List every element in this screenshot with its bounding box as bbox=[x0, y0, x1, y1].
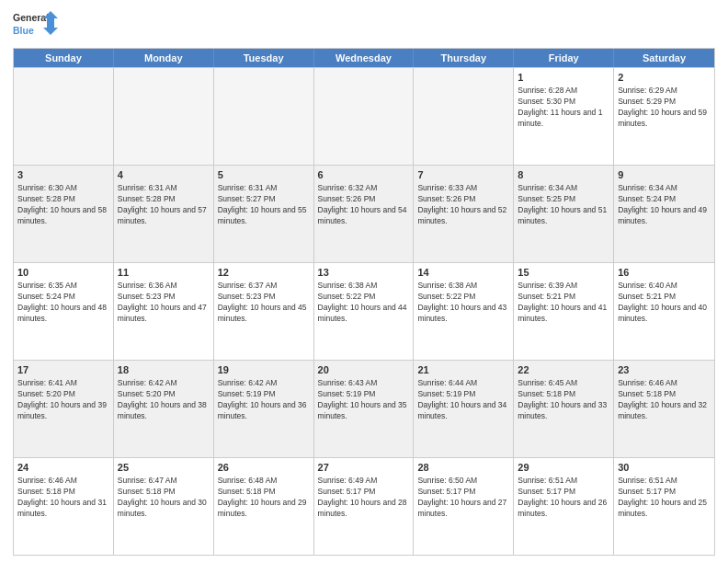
calendar-cell: 26Sunrise: 6:48 AMSunset: 5:18 PMDayligh… bbox=[214, 458, 314, 555]
cell-info: Sunrise: 6:38 AMSunset: 5:22 PMDaylight:… bbox=[417, 281, 509, 325]
calendar-cell: 22Sunrise: 6:45 AMSunset: 5:18 PMDayligh… bbox=[514, 361, 614, 457]
calendar-cell bbox=[414, 68, 514, 165]
cell-info: Sunrise: 6:47 AMSunset: 5:18 PMDaylight:… bbox=[118, 476, 210, 520]
day-number: 25 bbox=[118, 461, 210, 475]
day-number: 10 bbox=[17, 266, 109, 280]
day-number: 12 bbox=[218, 266, 310, 280]
day-number: 3 bbox=[17, 168, 109, 182]
cell-info: Sunrise: 6:46 AMSunset: 5:18 PMDaylight:… bbox=[17, 476, 109, 520]
calendar-row-1: 3Sunrise: 6:30 AMSunset: 5:28 PMDaylight… bbox=[14, 165, 714, 262]
day-number: 22 bbox=[518, 363, 609, 377]
calendar-cell: 8Sunrise: 6:34 AMSunset: 5:25 PMDaylight… bbox=[514, 166, 614, 262]
day-number: 15 bbox=[518, 266, 609, 280]
day-number: 18 bbox=[118, 363, 210, 377]
calendar-cell: 14Sunrise: 6:38 AMSunset: 5:22 PMDayligh… bbox=[414, 263, 514, 360]
calendar-cell: 30Sunrise: 6:51 AMSunset: 5:17 PMDayligh… bbox=[614, 458, 714, 555]
calendar-cell: 23Sunrise: 6:46 AMSunset: 5:18 PMDayligh… bbox=[614, 361, 714, 457]
cell-info: Sunrise: 6:51 AMSunset: 5:17 PMDaylight:… bbox=[518, 476, 609, 520]
day-number: 27 bbox=[318, 461, 410, 475]
day-number: 5 bbox=[218, 168, 310, 182]
cell-info: Sunrise: 6:38 AMSunset: 5:22 PMDaylight:… bbox=[318, 281, 410, 325]
cell-info: Sunrise: 6:42 AMSunset: 5:20 PMDaylight:… bbox=[118, 378, 210, 422]
cell-info: Sunrise: 6:36 AMSunset: 5:23 PMDaylight:… bbox=[118, 281, 210, 325]
day-number: 20 bbox=[318, 363, 410, 377]
calendar-header: SundayMondayTuesdayWednesdayThursdayFrid… bbox=[14, 49, 714, 67]
cell-info: Sunrise: 6:43 AMSunset: 5:19 PMDaylight:… bbox=[318, 378, 410, 422]
cell-info: Sunrise: 6:50 AMSunset: 5:17 PMDaylight:… bbox=[417, 476, 509, 520]
weekday-header-saturday: Saturday bbox=[614, 49, 714, 67]
day-number: 9 bbox=[618, 168, 711, 182]
calendar-cell: 15Sunrise: 6:39 AMSunset: 5:21 PMDayligh… bbox=[514, 263, 614, 360]
day-number: 19 bbox=[218, 363, 310, 377]
cell-info: Sunrise: 6:34 AMSunset: 5:24 PMDaylight:… bbox=[618, 183, 711, 227]
calendar-cell: 6Sunrise: 6:32 AMSunset: 5:26 PMDaylight… bbox=[314, 166, 415, 262]
cell-info: Sunrise: 6:51 AMSunset: 5:17 PMDaylight:… bbox=[618, 476, 711, 520]
day-number: 24 bbox=[17, 461, 109, 475]
day-number: 8 bbox=[518, 168, 609, 182]
calendar-cell: 13Sunrise: 6:38 AMSunset: 5:22 PMDayligh… bbox=[314, 263, 415, 360]
cell-info: Sunrise: 6:48 AMSunset: 5:18 PMDaylight:… bbox=[218, 476, 310, 520]
calendar-cell: 19Sunrise: 6:42 AMSunset: 5:19 PMDayligh… bbox=[214, 361, 314, 457]
day-number: 26 bbox=[218, 461, 310, 475]
calendar-cell: 24Sunrise: 6:46 AMSunset: 5:18 PMDayligh… bbox=[14, 458, 114, 555]
cell-info: Sunrise: 6:28 AMSunset: 5:30 PMDaylight:… bbox=[518, 86, 609, 130]
calendar-cell: 1Sunrise: 6:28 AMSunset: 5:30 PMDaylight… bbox=[514, 68, 614, 165]
cell-info: Sunrise: 6:41 AMSunset: 5:20 PMDaylight:… bbox=[17, 378, 109, 422]
calendar-cell: 10Sunrise: 6:35 AMSunset: 5:24 PMDayligh… bbox=[14, 263, 114, 360]
calendar-cell: 17Sunrise: 6:41 AMSunset: 5:20 PMDayligh… bbox=[14, 361, 114, 457]
cell-info: Sunrise: 6:30 AMSunset: 5:28 PMDaylight:… bbox=[17, 183, 109, 227]
weekday-header-tuesday: Tuesday bbox=[214, 49, 314, 67]
cell-info: Sunrise: 6:45 AMSunset: 5:18 PMDaylight:… bbox=[518, 378, 609, 422]
calendar-cell bbox=[214, 68, 314, 165]
cell-info: Sunrise: 6:33 AMSunset: 5:26 PMDaylight:… bbox=[417, 183, 509, 227]
calendar-row-3: 17Sunrise: 6:41 AMSunset: 5:20 PMDayligh… bbox=[14, 360, 714, 457]
calendar-cell: 25Sunrise: 6:47 AMSunset: 5:18 PMDayligh… bbox=[114, 458, 214, 555]
weekday-header-monday: Monday bbox=[114, 49, 214, 67]
day-number: 2 bbox=[618, 71, 711, 85]
calendar-cell: 12Sunrise: 6:37 AMSunset: 5:23 PMDayligh… bbox=[214, 263, 314, 360]
logo-svg: General Blue bbox=[13, 9, 59, 42]
calendar-cell: 20Sunrise: 6:43 AMSunset: 5:19 PMDayligh… bbox=[314, 361, 415, 457]
day-number: 13 bbox=[318, 266, 410, 280]
cell-info: Sunrise: 6:40 AMSunset: 5:21 PMDaylight:… bbox=[618, 281, 711, 325]
day-number: 28 bbox=[417, 461, 509, 475]
calendar-cell bbox=[314, 68, 415, 165]
svg-text:General: General bbox=[13, 12, 49, 23]
weekday-header-sunday: Sunday bbox=[14, 49, 114, 67]
cell-info: Sunrise: 6:42 AMSunset: 5:19 PMDaylight:… bbox=[218, 378, 310, 422]
calendar-cell: 27Sunrise: 6:49 AMSunset: 5:17 PMDayligh… bbox=[314, 458, 415, 555]
day-number: 14 bbox=[417, 266, 509, 280]
calendar-row-0: 1Sunrise: 6:28 AMSunset: 5:30 PMDaylight… bbox=[14, 67, 714, 165]
cell-info: Sunrise: 6:37 AMSunset: 5:23 PMDaylight:… bbox=[218, 281, 310, 325]
calendar-row-2: 10Sunrise: 6:35 AMSunset: 5:24 PMDayligh… bbox=[14, 262, 714, 360]
calendar-cell: 18Sunrise: 6:42 AMSunset: 5:20 PMDayligh… bbox=[114, 361, 214, 457]
weekday-header-thursday: Thursday bbox=[414, 49, 514, 67]
logo: General Blue bbox=[13, 9, 59, 42]
calendar-cell bbox=[114, 68, 214, 165]
calendar-cell: 2Sunrise: 6:29 AMSunset: 5:29 PMDaylight… bbox=[614, 68, 714, 165]
svg-text:Blue: Blue bbox=[13, 25, 34, 36]
calendar-cell: 4Sunrise: 6:31 AMSunset: 5:28 PMDaylight… bbox=[114, 166, 214, 262]
cell-info: Sunrise: 6:35 AMSunset: 5:24 PMDaylight:… bbox=[17, 281, 109, 325]
calendar-cell: 21Sunrise: 6:44 AMSunset: 5:19 PMDayligh… bbox=[414, 361, 514, 457]
day-number: 1 bbox=[518, 71, 609, 85]
cell-info: Sunrise: 6:32 AMSunset: 5:26 PMDaylight:… bbox=[318, 183, 410, 227]
calendar-row-4: 24Sunrise: 6:46 AMSunset: 5:18 PMDayligh… bbox=[14, 457, 714, 555]
calendar: SundayMondayTuesdayWednesdayThursdayFrid… bbox=[13, 48, 715, 556]
day-number: 21 bbox=[417, 363, 509, 377]
cell-info: Sunrise: 6:46 AMSunset: 5:18 PMDaylight:… bbox=[618, 378, 711, 422]
cell-info: Sunrise: 6:31 AMSunset: 5:28 PMDaylight:… bbox=[118, 183, 210, 227]
day-number: 16 bbox=[618, 266, 711, 280]
page: General Blue SundayMondayTuesdayWednesda… bbox=[0, 0, 728, 563]
calendar-cell: 7Sunrise: 6:33 AMSunset: 5:26 PMDaylight… bbox=[414, 166, 514, 262]
day-number: 17 bbox=[17, 363, 109, 377]
cell-info: Sunrise: 6:39 AMSunset: 5:21 PMDaylight:… bbox=[518, 281, 609, 325]
day-number: 7 bbox=[417, 168, 509, 182]
day-number: 11 bbox=[118, 266, 210, 280]
day-number: 6 bbox=[318, 168, 410, 182]
cell-info: Sunrise: 6:44 AMSunset: 5:19 PMDaylight:… bbox=[417, 378, 509, 422]
cell-info: Sunrise: 6:29 AMSunset: 5:29 PMDaylight:… bbox=[618, 86, 711, 130]
calendar-cell bbox=[14, 68, 114, 165]
calendar-cell: 28Sunrise: 6:50 AMSunset: 5:17 PMDayligh… bbox=[414, 458, 514, 555]
calendar-cell: 29Sunrise: 6:51 AMSunset: 5:17 PMDayligh… bbox=[514, 458, 614, 555]
